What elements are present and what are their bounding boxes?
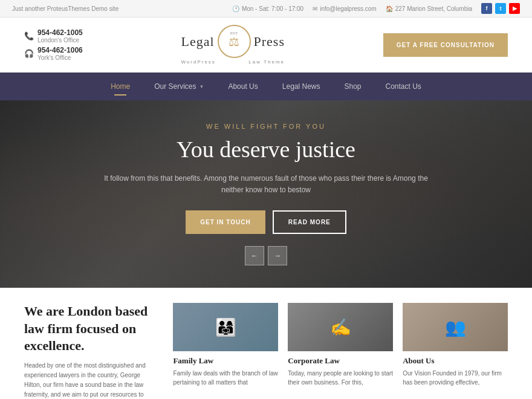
nav-news-label: Legal News	[282, 82, 320, 91]
card-corporate-law: Corporate Law Today, many people are loo…	[288, 303, 393, 387]
nav-services-arrow: ▼	[199, 84, 204, 89]
get-in-touch-button[interactable]: GET IN TOUCH	[186, 210, 265, 234]
family-law-desc: Family law deals with the branch of law …	[173, 369, 278, 387]
top-bar-right: 🕐 Mon - Sat: 7:00 - 17:00 ✉ info@legalpr…	[232, 3, 520, 14]
nav-item-home[interactable]: Home	[99, 73, 142, 100]
nav-shop-label: Shop	[344, 82, 361, 91]
corporate-law-image	[288, 303, 393, 351]
phone1-icon: 📞	[24, 31, 34, 41]
phone1-item: 📞 954-462-1005 London's Office	[24, 28, 83, 44]
nav-item-news[interactable]: Legal News	[270, 73, 332, 100]
about-us-title: About Us	[403, 356, 508, 366]
clock-icon: 🕐	[232, 5, 239, 12]
hero-buttons: GET IN TOUCH READ MORE	[97, 210, 435, 234]
twitter-icon[interactable]: t	[495, 3, 506, 14]
firm-info: We are London based law firm focused on …	[24, 303, 158, 399]
hero-title: You deserve justice	[97, 136, 435, 164]
hero-section: WE WILL FIGHT FOR YOU You deserve justic…	[0, 100, 532, 288]
email-icon: ✉	[313, 5, 317, 12]
nav-about-label: About Us	[228, 82, 258, 91]
nav-item-about[interactable]: About Us	[216, 73, 270, 100]
nav-item-contact[interactable]: Contact Us	[374, 73, 433, 100]
firm-title: We are London based law firm focused on …	[24, 303, 158, 355]
social-icons: f t ▶	[481, 3, 520, 14]
logo-est: EST	[230, 31, 238, 36]
read-more-button[interactable]: READ MORE	[273, 210, 346, 234]
location-icon: 🏠	[386, 5, 393, 12]
family-law-image	[173, 303, 278, 351]
corporate-law-title: Corporate Law	[288, 356, 393, 366]
phone1-label: London's Office	[37, 37, 83, 44]
header: 📞 954-462-1005 London's Office 🎧 954-462…	[0, 18, 532, 73]
site-name: Just another ProteusThemes Demo site	[12, 5, 118, 12]
hours-item: 🕐 Mon - Sat: 7:00 - 17:00	[232, 5, 303, 12]
scales-icon: ⚖	[229, 34, 239, 49]
phones: 📞 954-462-1005 London's Office 🎧 954-462…	[24, 28, 83, 61]
card-family-law: Family Law Family law deals with the bra…	[173, 303, 278, 387]
logo-sub-right: Law Theme	[248, 59, 285, 65]
logo-sub: WordPress Law Theme	[181, 59, 285, 65]
bottom-section: We are London based law firm focused on …	[0, 288, 532, 399]
address-text: 227 Marion Street, Columbia	[395, 5, 472, 12]
hours-text: Mon - Sat: 7:00 - 17:00	[242, 5, 303, 12]
email-item: ✉ info@legalpress.com	[313, 5, 377, 12]
phone2-number[interactable]: 954-462-1006	[37, 46, 83, 54]
phone1-details: 954-462-1005 London's Office	[37, 28, 83, 44]
phone2-item: 🎧 954-462-1006 York's Office	[24, 46, 83, 61]
phone1-number[interactable]: 954-462-1005	[37, 28, 83, 37]
service-cards: Family Law Family law deals with the bra…	[173, 303, 508, 387]
nav-contact-label: Contact Us	[386, 82, 421, 91]
logo-legal: Legal	[181, 34, 214, 50]
nav-item-shop[interactable]: Shop	[332, 73, 373, 100]
address-item: 🏠 227 Marion Street, Columbia	[386, 5, 472, 12]
logo-circle: ⚖ EST	[218, 25, 251, 58]
card-about-us: About Us Our Vision Founded in 1979, our…	[403, 303, 508, 387]
youtube-icon[interactable]: ▶	[509, 3, 520, 14]
family-law-title: Family Law	[173, 356, 278, 366]
hero-nav: ← →	[97, 246, 435, 265]
corporate-law-desc: Today, many people are looking to start …	[288, 369, 393, 387]
hero-content: WE WILL FIGHT FOR YOU You deserve justic…	[85, 111, 447, 278]
nav-services-label: Our Services	[154, 82, 196, 91]
logo[interactable]: Legal ⚖ EST Press WordPress Law Theme	[181, 25, 285, 65]
nav-item-services[interactable]: Our Services ▼	[142, 73, 216, 100]
about-us-image	[403, 303, 508, 351]
email-text: info@legalpress.com	[320, 5, 377, 12]
phone2-icon: 🎧	[24, 49, 34, 58]
main-nav: Home Our Services ▼ About Us Legal News …	[0, 73, 532, 100]
nav-home-label: Home	[111, 82, 130, 91]
nav-inner: Home Our Services ▼ About Us Legal News …	[24, 73, 508, 100]
logo-press: Press	[254, 34, 285, 50]
top-bar: Just another ProteusThemes Demo site 🕐 M…	[0, 0, 532, 18]
cta-button[interactable]: GET A FREE CONSULTATION	[383, 33, 508, 57]
phone2-label: York's Office	[37, 54, 83, 61]
hero-tagline: WE WILL FIGHT FOR YOU	[97, 123, 435, 130]
firm-desc: Headed by one of the most distinguished …	[24, 361, 158, 399]
hero-next-button[interactable]: →	[268, 246, 287, 265]
phone2-details: 954-462-1006 York's Office	[37, 46, 83, 61]
facebook-icon[interactable]: f	[481, 3, 492, 14]
hero-description: It follow from this that benefits. Among…	[97, 173, 435, 196]
hero-prev-button[interactable]: ←	[245, 246, 264, 265]
logo-sub-left: WordPress	[181, 59, 215, 65]
about-us-desc: Our Vision Founded in 1979, our firm has…	[403, 369, 508, 387]
logo-main: Legal ⚖ EST Press	[181, 25, 285, 58]
